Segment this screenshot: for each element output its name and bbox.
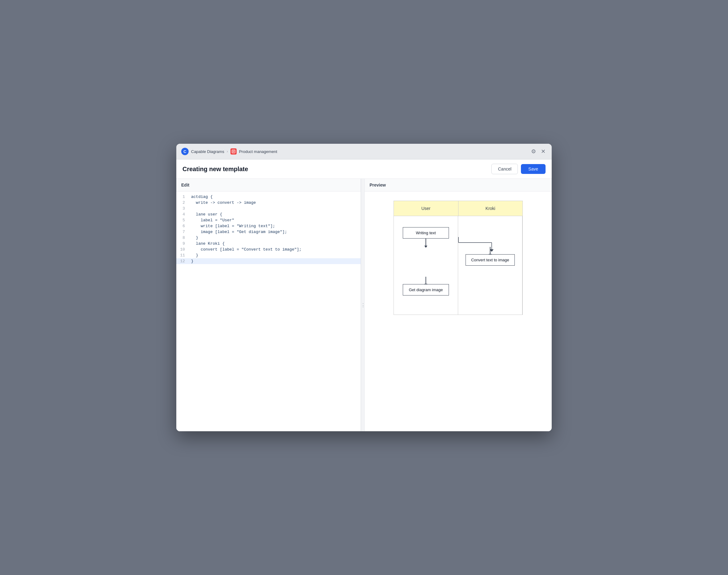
lane-header-user: User — [394, 201, 458, 216]
line-number: 1 — [176, 194, 188, 200]
preview-panel: Preview User Kroki — [365, 179, 552, 431]
code-line-3: 3 — [176, 206, 360, 211]
line-number: 5 — [176, 217, 188, 223]
line-content: } — [188, 235, 360, 241]
app-name: Capable Diagrams — [191, 149, 224, 154]
cancel-button[interactable]: Cancel — [491, 164, 518, 174]
arrow-to-convert — [490, 247, 490, 254]
line-number: 7 — [176, 229, 188, 235]
node-convert-text: Convert text to image — [465, 254, 515, 266]
save-button[interactable]: Save — [521, 164, 546, 174]
close-icon: ✕ — [541, 148, 546, 155]
page-icon — [231, 148, 237, 155]
code-line-10: 10 convert [label = "Convert text to ima… — [176, 246, 360, 252]
gear-icon: ⚙ — [531, 148, 536, 155]
line-number: 8 — [176, 235, 188, 241]
line-content: lane user { — [188, 211, 360, 217]
code-line-1: 1actdiag { — [176, 194, 360, 200]
modal-header: Creating new template Cancel Save — [176, 160, 552, 179]
line-number: 4 — [176, 211, 188, 217]
modal-container: C Capable Diagrams › Product management … — [176, 144, 552, 431]
line-content: actdiag { — [188, 194, 360, 200]
line-content: write -> convert -> image — [188, 200, 360, 206]
line-content: label = "User" — [188, 217, 360, 223]
line-content: write [label = "Writing text"]; — [188, 223, 360, 229]
edit-panel: Edit 1actdiag {2 write -> convert -> ima… — [176, 179, 361, 431]
code-lines: 1actdiag {2 write -> convert -> image34 … — [176, 192, 360, 267]
panel-resizer[interactable]: ⋮ — [361, 179, 365, 431]
code-line-2: 2 write -> convert -> image — [176, 200, 360, 206]
modal-title: Creating new template — [182, 166, 248, 173]
line-number: 2 — [176, 200, 188, 206]
close-button[interactable]: ✕ — [540, 147, 547, 156]
code-editor[interactable]: 1actdiag {2 write -> convert -> image34 … — [176, 192, 360, 431]
line-content: } — [188, 252, 360, 258]
titlebar: C Capable Diagrams › Product management … — [176, 144, 552, 160]
code-line-7: 7 image [label = "Get diagram image"]; — [176, 229, 360, 235]
lane-header-kroki: Kroki — [458, 201, 523, 216]
code-line-9: 9 lane Kroki { — [176, 241, 360, 246]
lane-body-user: Writing text Get diagram image — [394, 216, 458, 314]
line-number: 12 — [176, 258, 188, 264]
code-line-6: 6 write [label = "Writing text"]; — [176, 223, 360, 229]
preview-panel-label: Preview — [365, 179, 552, 192]
code-line-12: 12} — [176, 258, 360, 264]
arrow-to-get-diagram — [425, 277, 426, 284]
line-content: lane Kroki { — [188, 241, 360, 246]
line-number: 9 — [176, 241, 188, 246]
diagram: User Kroki Writing text — [393, 201, 523, 315]
line-number: 6 — [176, 223, 188, 229]
arrow-writing-to-cross — [425, 239, 426, 246]
node-writing-text: Writing text — [403, 227, 449, 239]
node-get-diagram: Get diagram image — [403, 284, 449, 296]
line-content — [188, 206, 360, 211]
line-content: convert [label = "Convert text to image"… — [188, 246, 360, 252]
code-line-8: 8 } — [176, 235, 360, 241]
settings-button[interactable]: ⚙ — [530, 147, 537, 156]
line-number: 11 — [176, 252, 188, 258]
app-logo: C — [181, 148, 188, 155]
page-name: Product management — [239, 149, 277, 154]
preview-content: User Kroki Writing text — [365, 192, 552, 431]
line-content: } — [188, 258, 360, 264]
code-line-11: 11 } — [176, 252, 360, 258]
line-content: image [label = "Get diagram image"]; — [188, 229, 360, 235]
breadcrumb-chevron: › — [227, 149, 228, 154]
code-line-5: 5 label = "User" — [176, 217, 360, 223]
line-number: 10 — [176, 246, 188, 252]
line-number: 3 — [176, 206, 188, 211]
diagram-header: User Kroki — [394, 201, 522, 216]
edit-panel-label: Edit — [176, 179, 360, 192]
lane-body-kroki: Convert text to image — [458, 216, 522, 314]
code-line-4: 4 lane user { — [176, 211, 360, 217]
diagram-body: Writing text Get diagram image — [394, 216, 522, 314]
content-area: Edit 1actdiag {2 write -> convert -> ima… — [176, 179, 552, 431]
